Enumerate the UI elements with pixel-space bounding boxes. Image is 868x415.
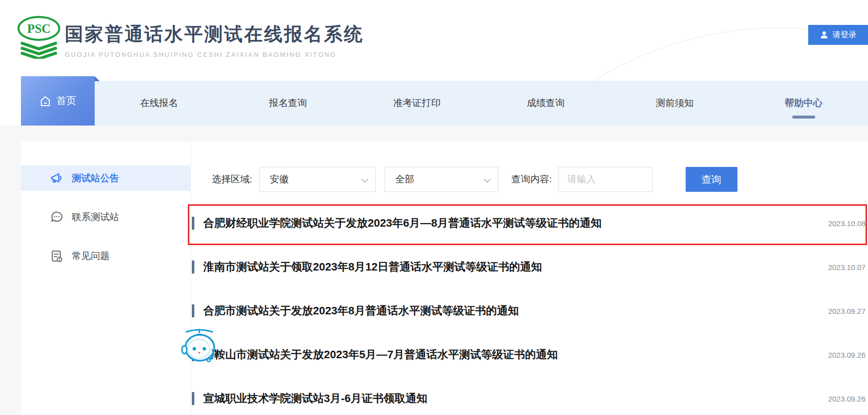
announcement-list: 合肥财经职业学院测试站关于发放2023年6月—8月普通话水平测试等级证书的通知 …	[191, 201, 868, 415]
row-marker-bar	[192, 261, 194, 274]
announcement-date: 2023.10.08	[828, 219, 866, 228]
main-nav: 首页 在线报名 报名查询 准考证打印 成绩查询 测前须知 帮助中心	[0, 81, 868, 126]
nav-item-admission-print[interactable]: 准考证打印	[352, 81, 481, 126]
login-button[interactable]: 请登录	[808, 25, 868, 45]
nav-active-underline	[792, 116, 815, 119]
header: PSC 国家普通话水平测试在线报名系统 GUOJIA PUTONGHUA SHU…	[0, 0, 868, 81]
nav-item-label: 成绩查询	[527, 97, 565, 110]
sidebar-item-faq[interactable]: 常见问题	[21, 243, 190, 269]
robot-mascot-icon[interactable]	[179, 324, 220, 366]
sidebar-item-contact-station[interactable]: 联系测试站	[21, 204, 190, 230]
nav-item-help-center[interactable]: 帮助中心	[739, 81, 868, 126]
announcement-row[interactable]: 淮南市测试站关于领取2023年8月12日普通话水平测试等级证书的通知 2023.…	[191, 245, 868, 289]
nav-item-score-query[interactable]: 成绩查询	[481, 81, 610, 126]
search-button[interactable]: 查询	[686, 167, 737, 192]
nav-item-label: 帮助中心	[785, 97, 823, 110]
nav-item-online-signup[interactable]: 在线报名	[95, 81, 224, 126]
nav-item-label: 首页	[56, 94, 76, 108]
site-title: 国家普通话水平测试在线报名系统	[65, 22, 364, 47]
nav-item-label: 报名查询	[269, 97, 307, 110]
nav-items: 在线报名 报名查询 准考证打印 成绩查询 测前须知 帮助中心	[95, 81, 868, 126]
category-select[interactable]: 全部	[385, 167, 498, 192]
megaphone-icon	[50, 171, 64, 185]
sidebar-item-label: 常见问题	[72, 250, 110, 263]
nav-item-label: 准考证打印	[393, 97, 440, 110]
logo-text: PSC	[27, 22, 50, 35]
content-panel: 测试站公告 联系测试站 常见问题	[21, 142, 868, 415]
nav-item-signup-query[interactable]: 报名查询	[224, 81, 353, 126]
main-content: 选择区域: 安徽 全部 查询内容: 查询 合肥财经职业学院测试站关于发放2023…	[191, 142, 868, 415]
faq-document-icon	[50, 249, 64, 263]
announcement-date: 2023.10.07	[828, 263, 866, 272]
announcement-date: 2023.09.26	[828, 351, 866, 359]
row-marker-bar	[192, 392, 194, 405]
chevron-down-icon	[484, 176, 491, 183]
nav-item-pretest-notice[interactable]: 测前须知	[610, 81, 739, 126]
home-icon	[39, 95, 51, 107]
page: PSC 国家普通话水平测试在线报名系统 GUOJIA PUTONGHUA SHU…	[0, 0, 868, 415]
site-brand: 国家普通话水平测试在线报名系统 GUOJIA PUTONGHUA SHUIPIN…	[65, 22, 364, 58]
nav-item-home[interactable]: 首页	[21, 76, 95, 126]
announcement-title: 合肥市测试站关于发放2023年8月普通话水平测试等级证书的通知	[203, 303, 818, 318]
category-select-value: 全部	[395, 173, 414, 186]
announcement-title: 合肥财经职业学院测试站关于发放2023年6月—8月普通话水平测试等级证书的通知	[203, 216, 818, 231]
announcement-row[interactable]: 宣城职业技术学院测试站3月-6月证书领取通知 2023.09.26	[191, 377, 868, 415]
keyword-filter-label: 查询内容:	[511, 173, 552, 186]
keyword-input[interactable]	[558, 167, 653, 192]
sidebar-item-label: 测试站公告	[72, 172, 119, 185]
row-marker-bar	[192, 304, 194, 317]
sidebar-item-station-announcements[interactable]: 测试站公告	[21, 165, 190, 191]
region-filter-label: 选择区域:	[212, 173, 252, 186]
sidebar: 测试站公告 联系测试站 常见问题	[21, 142, 191, 415]
announcement-date: 2023.09.27	[828, 307, 866, 315]
announcement-title: 马鞍山市测试站关于发放2023年5月—7月普通话水平测试等级证书的通知	[203, 347, 818, 362]
announcement-row[interactable]: 马鞍山市测试站关于发放2023年5月—7月普通话水平测试等级证书的通知 2023…	[191, 333, 868, 377]
region-select[interactable]: 安徽	[259, 167, 376, 192]
announcement-date: 2023.09.26	[828, 395, 866, 403]
filter-bar: 选择区域: 安徽 全部 查询内容: 查询	[191, 167, 868, 192]
site-subtitle-pinyin: GUOJIA PUTONGHUA SHUIPING CESHI ZAIXIAN …	[65, 51, 364, 58]
nav-item-label: 测前须知	[656, 97, 694, 110]
nav-item-label: 在线报名	[140, 97, 178, 110]
announcement-row[interactable]: 合肥财经职业学院测试站关于发放2023年6月—8月普通话水平测试等级证书的通知 …	[191, 201, 868, 245]
sidebar-item-label: 联系测试站	[72, 211, 119, 224]
chat-bubble-icon	[50, 210, 64, 224]
user-icon	[820, 30, 829, 39]
chevron-down-icon	[361, 176, 368, 183]
announcement-title: 宣城职业技术学院测试站3月-6月证书领取通知	[203, 391, 818, 406]
row-marker-bar	[192, 217, 194, 230]
announcement-title: 淮南市测试站关于领取2023年8月12日普通话水平测试等级证书的通知	[203, 260, 818, 275]
psc-logo-icon: PSC	[17, 16, 61, 61]
announcement-row[interactable]: 合肥市测试站关于发放2023年8月普通话水平测试等级证书的通知 2023.09.…	[191, 289, 868, 333]
region-select-value: 安徽	[270, 173, 289, 186]
login-label: 请登录	[833, 30, 857, 40]
